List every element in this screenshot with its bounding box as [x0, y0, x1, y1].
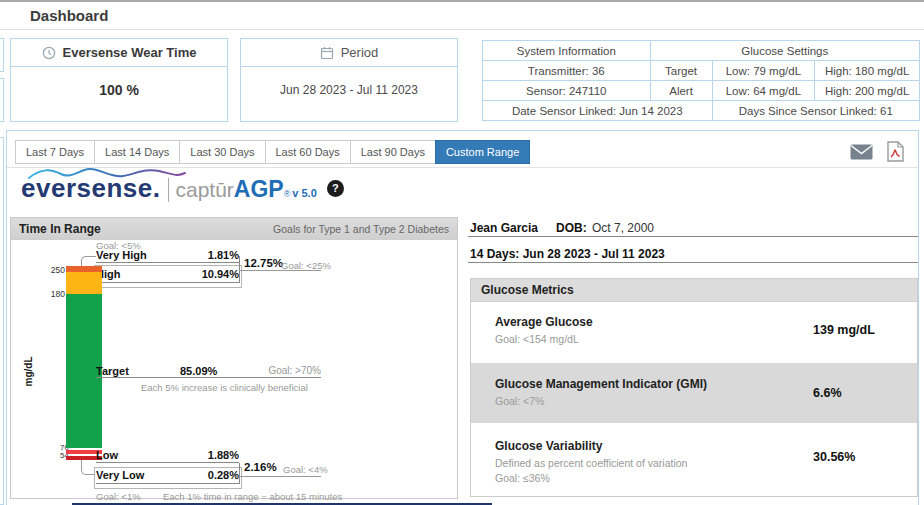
product-name-agp: AGP	[234, 176, 284, 203]
alert-low-cell: Low: 64 mg/dL	[712, 81, 815, 101]
low-label: Low	[96, 449, 118, 462]
bar-segment-high	[66, 272, 102, 294]
very-high-connector-line	[81, 256, 96, 266]
page-title: Dashboard	[30, 7, 108, 24]
date-sensor-linked-cell: Date Sensor Linked: Jun 14 2023	[483, 101, 713, 121]
dob-value: Oct 7, 2000	[592, 221, 654, 235]
glucose-metrics-panel: Glucose Metrics Average Glucose Goal: <1…	[470, 278, 918, 497]
target-low-cell: Low: 79 mg/dL	[712, 61, 815, 81]
metric-value: 139 mg/dL	[813, 323, 875, 337]
calendar-icon	[320, 46, 334, 60]
very-high-pct: 1.81%	[208, 249, 239, 262]
alert-label-cell: Alert	[650, 81, 712, 101]
very-low-label: Very Low	[96, 469, 144, 483]
header-divider	[0, 29, 924, 30]
y-axis-label: mg/dL	[23, 357, 34, 387]
wear-time-value: 100 %	[11, 67, 227, 98]
low-pct: 1.88%	[208, 449, 239, 462]
system-info-header: System Information	[483, 41, 651, 61]
metric-definition: Defined as percent coefficient of variat…	[495, 457, 687, 469]
table-row: Sensor: 247110 Alert Low: 64 mg/dL High:…	[483, 81, 920, 101]
tir-footnote: Each 1% time in range = about 15 minutes	[163, 491, 342, 502]
patient-header: Jean Garcia DOB: Oct 7, 2000	[468, 221, 918, 237]
high-row: High 10.94%	[96, 268, 239, 283]
dashboard-screen: Dashboard Eversense Wear Time 100 % Peri…	[0, 0, 924, 505]
very-high-row: Very High 1.81%	[96, 249, 239, 263]
metric-row-gmi: Glucose Management Indicator (GMI) Goal:…	[471, 363, 917, 423]
target-row: Target 85.09% Goal: >70%	[96, 365, 321, 378]
period-card: Period Jun 28 2023 - Jul 11 2023	[240, 38, 458, 122]
email-icon[interactable]	[850, 144, 873, 160]
transmitter-cell: Transmitter: 36	[483, 61, 651, 81]
high-combined-underline	[239, 270, 321, 271]
low-combined-goal: Goal: <4%	[283, 464, 328, 475]
table-row: Date Sensor Linked: Jun 14 2023 Days Sin…	[483, 101, 920, 121]
clock-icon	[42, 46, 56, 60]
tick-250: 250	[39, 265, 65, 275]
time-in-range-panel: Time In Range Goals for Type 1 and Type …	[10, 217, 458, 499]
wear-time-card: Eversense Wear Time 100 %	[10, 38, 228, 122]
target-pct: 85.09%	[180, 365, 217, 377]
tab-last-60-days[interactable]: Last 60 Days	[265, 140, 351, 164]
left-edge-panel-sliver	[0, 38, 4, 72]
glucose-settings-header: Glucose Settings	[650, 41, 919, 61]
days-since-linked-cell: Days Since Sensor Linked: 61	[712, 101, 920, 121]
product-version: v 5.0	[292, 187, 316, 199]
period-value: Jun 28 2023 - Jul 11 2023	[241, 67, 457, 97]
glucose-metrics-title: Glucose Metrics	[471, 279, 917, 302]
period-title: Period	[341, 45, 379, 60]
high-combined-pct: 12.75%	[244, 257, 283, 269]
target-goal: Goal: >70%	[268, 365, 321, 377]
metric-name: Average Glucose	[495, 315, 593, 329]
tab-last-14-days[interactable]: Last 14 Days	[94, 140, 180, 164]
eversense-capturagp-logo: eversense. captūr AGP ® v 5.0 ?	[21, 173, 344, 204]
dob-label: DOB:	[556, 221, 587, 235]
high-pct: 10.94%	[202, 268, 239, 282]
metric-row-glucose-variability: Glucose Variability Defined as percent c…	[471, 423, 917, 497]
very-low-goal: Goal: <1%	[96, 491, 141, 502]
sensor-cell: Sensor: 247110	[483, 81, 651, 101]
very-low-row: Very Low 0.28%	[96, 469, 239, 484]
patient-name: Jean Garcia	[470, 221, 538, 235]
pdf-export-icon[interactable]	[887, 141, 904, 162]
left-edge-panel-sliver	[0, 137, 4, 505]
metric-value: 6.6%	[813, 386, 842, 400]
registered-mark: ®	[284, 189, 291, 199]
metric-name: Glucose Variability	[495, 439, 602, 453]
alert-high-cell: High: 200 mg/dL	[815, 81, 920, 101]
metric-name: Glucose Management Indicator (GMI)	[495, 377, 707, 391]
low-bracket-line	[239, 463, 240, 484]
help-icon[interactable]: ?	[327, 180, 344, 197]
tab-last-90-days[interactable]: Last 90 Days	[350, 140, 436, 164]
very-high-label: Very High	[96, 249, 147, 262]
logo-wave-icon	[27, 166, 187, 182]
target-label-cell: Target	[650, 61, 712, 81]
report-range-text: 14 Days: Jun 28 2023 - Jul 11 2023	[470, 247, 665, 261]
system-info-table: System Information Glucose Settings Tran…	[482, 40, 920, 121]
date-range-tabs: Last 7 Days Last 14 Days Last 30 Days La…	[15, 140, 530, 164]
tir-subtitle: Goals for Type 1 and Type 2 Diabetes	[273, 223, 449, 235]
low-combined-pct: 2.16%	[244, 461, 277, 473]
metric-row-average-glucose: Average Glucose Goal: <154 mg/dL 139 mg/…	[471, 302, 917, 363]
tick-180: 180	[39, 289, 65, 299]
time-in-range-header: Time In Range Goals for Type 1 and Type …	[11, 218, 457, 240]
metric-goal: Goal: ≤36%	[495, 472, 550, 484]
target-high-cell: High: 180 mg/dL	[815, 61, 920, 81]
target-note: Each 5% increase is clinically beneficia…	[141, 382, 308, 393]
very-low-pct: 0.28%	[208, 469, 239, 483]
low-row: Low 1.88%	[96, 449, 239, 463]
low-combined-underline	[239, 476, 321, 477]
tab-last-7-days[interactable]: Last 7 Days	[15, 140, 95, 164]
tir-title: Time In Range	[19, 222, 101, 236]
metric-goal: Goal: <7%	[495, 395, 544, 407]
metric-goal: Goal: <154 mg/dL	[495, 333, 579, 345]
export-toolbar	[850, 141, 904, 162]
metric-value: 30.56%	[813, 450, 855, 464]
target-label: Target	[96, 365, 129, 377]
table-row: Transmitter: 36 Target Low: 79 mg/dL Hig…	[483, 61, 920, 81]
tab-last-30-days[interactable]: Last 30 Days	[179, 140, 265, 164]
left-edge-panel-sliver	[0, 78, 4, 122]
wear-time-title: Eversense Wear Time	[63, 45, 197, 60]
report-range-header: 14 Days: Jun 28 2023 - Jul 11 2023	[468, 247, 918, 263]
tab-custom-range[interactable]: Custom Range	[435, 140, 530, 164]
